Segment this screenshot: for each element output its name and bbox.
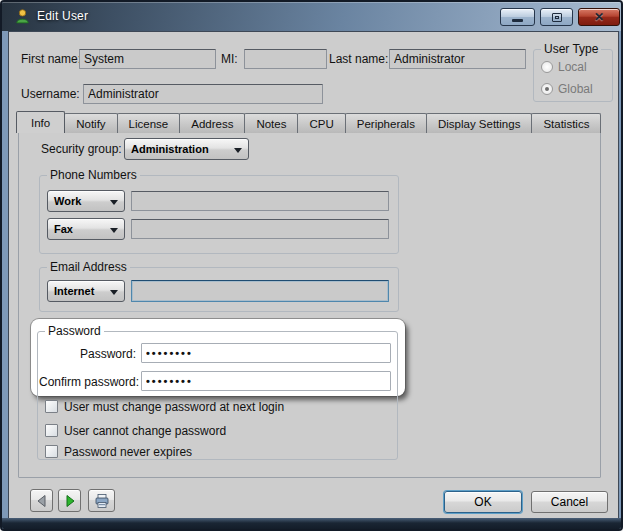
email-type-select[interactable]: Internet: [47, 280, 125, 302]
checkbox-cannot-change-password-label: User cannot change password: [64, 424, 226, 438]
mi-label: MI:: [221, 49, 238, 69]
radio-global[interactable]: Global: [541, 82, 593, 96]
checkbox-must-change-password[interactable]: [45, 400, 58, 413]
dialog-body: First name: MI: Last name: Username: Use…: [8, 31, 619, 520]
first-name-label: First name:: [21, 49, 81, 69]
username-field[interactable]: [83, 84, 323, 104]
chevron-down-icon: [110, 290, 118, 295]
phone-number-input-work[interactable]: [131, 191, 389, 211]
chevron-down-icon: [110, 200, 118, 205]
window-title: Edit User: [37, 9, 88, 23]
security-group-select[interactable]: Administration: [124, 138, 249, 160]
mi-field[interactable]: [244, 49, 327, 69]
maximize-icon: [552, 13, 562, 22]
last-name-label: Last name:: [329, 49, 388, 69]
ok-button[interactable]: OK: [444, 491, 522, 513]
tab-cpu[interactable]: CPU: [297, 113, 345, 133]
printer-icon: [94, 493, 110, 509]
security-group-label: Security group:: [41, 139, 122, 159]
phone-type-select-work[interactable]: Work: [47, 190, 125, 212]
cancel-button[interactable]: Cancel: [531, 491, 608, 513]
user-type-label: User Type: [541, 42, 601, 56]
window-titlebar[interactable]: Edit User ✕: [2, 2, 621, 31]
phone-number-input-fax[interactable]: [131, 219, 389, 239]
user-icon: [14, 8, 31, 25]
checkbox-cannot-change-password[interactable]: [45, 424, 58, 437]
tab-notes[interactable]: Notes: [244, 113, 298, 133]
tab-license[interactable]: License: [117, 113, 181, 133]
radio-global-icon: [541, 83, 553, 95]
phone-numbers-label: Phone Numbers: [47, 168, 140, 182]
checkbox-password-never-expires-label: Password never expires: [64, 445, 192, 459]
confirm-password-label: Confirm password:: [39, 372, 136, 392]
print-button[interactable]: [88, 489, 115, 512]
username-label: Username:: [21, 84, 80, 104]
radio-local[interactable]: Local: [541, 60, 587, 74]
tab-address[interactable]: Address: [179, 113, 245, 133]
close-icon: ✕: [594, 11, 604, 23]
email-address-label: Email Address: [47, 260, 130, 274]
tab-statistics[interactable]: Statistics: [531, 113, 601, 133]
tab-display-settings[interactable]: Display Settings: [426, 113, 532, 133]
previous-button[interactable]: [30, 489, 53, 512]
confirm-password-input[interactable]: [141, 371, 391, 391]
password-label: Password:: [39, 344, 136, 364]
email-input[interactable]: [131, 280, 389, 302]
tab-bar: Info Notify License Address Notes CPU Pe…: [17, 111, 601, 133]
window-bottom-frame: [2, 518, 621, 529]
previous-arrow-icon: [35, 494, 49, 508]
first-name-field[interactable]: [79, 49, 216, 69]
tab-info[interactable]: Info: [16, 111, 65, 133]
chevron-down-icon: [234, 148, 242, 153]
close-button[interactable]: ✕: [578, 8, 620, 26]
phone-type-select-fax[interactable]: Fax: [47, 218, 125, 240]
last-name-field[interactable]: [389, 49, 526, 69]
minimize-button[interactable]: [500, 8, 535, 26]
password-group-label: Password: [45, 324, 104, 338]
checkbox-must-change-password-label: User must change password at next login: [64, 400, 284, 414]
password-input[interactable]: [141, 343, 391, 363]
tab-notify[interactable]: Notify: [64, 113, 117, 133]
chevron-down-icon: [110, 228, 118, 233]
minimize-icon: [512, 19, 523, 22]
next-arrow-icon: [63, 494, 77, 508]
tab-peripherals[interactable]: Peripherals: [345, 113, 427, 133]
radio-local-icon: [541, 61, 553, 73]
edit-user-dialog: Edit User ✕ First name: MI: Last name: U…: [0, 0, 623, 531]
maximize-button[interactable]: [540, 8, 573, 26]
next-button[interactable]: [58, 489, 81, 512]
checkbox-password-never-expires[interactable]: [45, 445, 58, 458]
